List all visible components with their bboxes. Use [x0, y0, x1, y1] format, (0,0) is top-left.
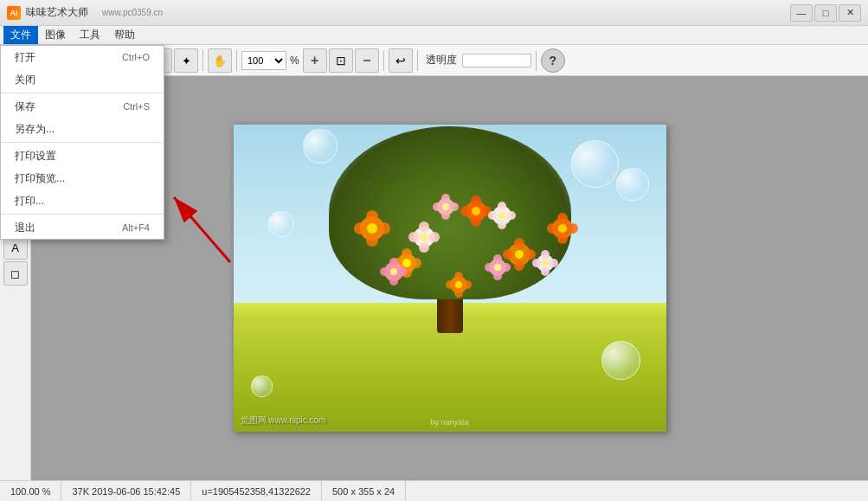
menu-saveas[interactable]: 另存为...	[1, 118, 164, 140]
svg-point-70	[441, 211, 450, 220]
title-controls: — □ ✕	[790, 4, 861, 22]
svg-point-16	[514, 260, 524, 271]
title-watermark: www.pc0359.cn	[102, 8, 163, 17]
svg-point-38	[429, 232, 440, 242]
svg-point-59	[389, 258, 398, 267]
svg-point-29	[557, 213, 568, 223]
svg-point-68	[450, 202, 459, 211]
red-arrow	[165, 189, 235, 267]
status-fileinfo: 37K 2019-06-06 15:42:45	[61, 481, 191, 501]
menu-file[interactable]: 文件	[3, 26, 38, 44]
menu-bar: 文件 图像 工具 帮助	[0, 26, 868, 45]
svg-point-71	[441, 194, 450, 202]
svg-point-31	[455, 281, 462, 288]
svg-point-58	[389, 277, 398, 286]
menu-print-setup[interactable]: 打印设置	[1, 145, 164, 167]
menu-close[interactable]: 关闭	[1, 68, 164, 91]
svg-point-20	[411, 258, 421, 268]
svg-point-15	[503, 249, 513, 260]
menu-save-label: 保存	[15, 100, 35, 114]
zoom-select[interactable]: 100 50 200	[241, 51, 286, 70]
svg-point-43	[498, 212, 505, 219]
menu-saveas-label: 另存为...	[15, 122, 55, 137]
app-title: 味味艺术大师	[26, 5, 88, 20]
menu-print-label: 打印...	[15, 194, 44, 209]
image-watermark-left: 觉图网 www.nipic.com	[241, 414, 326, 427]
minimize-button[interactable]: —	[790, 4, 813, 22]
svg-point-67	[442, 203, 449, 210]
help-icon	[549, 54, 556, 67]
menu-print-preview[interactable]: 打印预览...	[1, 167, 164, 189]
svg-point-63	[485, 263, 493, 272]
svg-point-61	[494, 264, 501, 271]
transparency-slider[interactable]	[462, 54, 531, 67]
menu-exit[interactable]: 退出 Alt+F4	[1, 216, 164, 239]
zoom-in-icon	[311, 53, 318, 68]
svg-point-17	[514, 238, 524, 248]
menu-help[interactable]: 帮助	[107, 26, 142, 44]
svg-point-13	[515, 250, 524, 259]
svg-point-40	[419, 242, 429, 253]
svg-point-1	[367, 223, 377, 234]
svg-point-14	[525, 249, 536, 260]
flowers-svg	[234, 125, 666, 432]
title-bar: Ai 味味艺术大师 www.pc0359.cn — □ ✕	[0, 0, 868, 26]
svg-point-35	[454, 272, 463, 280]
menu-print[interactable]: 打印...	[1, 189, 164, 212]
menu-open[interactable]: 打开 Ctrl+O	[1, 46, 164, 68]
svg-point-55	[390, 268, 397, 275]
move-tool-btn[interactable]	[208, 48, 232, 73]
svg-point-27	[547, 223, 557, 234]
status-zoom: 100.00 %	[0, 481, 61, 501]
toolbar-separator-2	[203, 50, 203, 71]
menu-sep-3	[1, 214, 164, 215]
title-left: Ai 味味艺术大师 www.pc0359.cn	[7, 5, 163, 20]
menu-image[interactable]: 图像	[38, 26, 73, 44]
status-bar: 100.00 % 37K 2019-06-06 15:42:45 u=19054…	[0, 480, 868, 501]
file-dropdown-menu: 打开 Ctrl+O 关闭 保存 Ctrl+S 另存为... 打印设置 打印预览.…	[0, 45, 164, 240]
zoom-fit-btn[interactable]	[329, 48, 353, 73]
svg-point-7	[472, 207, 480, 215]
svg-point-5	[366, 210, 378, 222]
close-button[interactable]: ✕	[839, 4, 861, 22]
svg-point-57	[380, 267, 389, 276]
svg-point-33	[446, 280, 454, 289]
move-icon	[213, 54, 227, 67]
svg-point-39	[408, 232, 419, 242]
menu-exit-shortcut: Alt+F4	[122, 222, 150, 233]
svg-point-51	[532, 259, 541, 267]
svg-point-37	[420, 233, 428, 241]
zoom-in-btn[interactable]	[303, 48, 327, 73]
menu-sep-1	[1, 93, 164, 93]
zoom-out-btn[interactable]	[355, 48, 379, 73]
svg-point-69	[433, 202, 441, 211]
svg-point-47	[498, 202, 506, 210]
svg-point-52	[541, 267, 550, 276]
app-icon: Ai	[7, 6, 21, 20]
magic-tool-btn[interactable]	[174, 48, 198, 73]
menu-open-label: 打开	[15, 50, 35, 65]
left-tool-eraser[interactable]: ◻	[3, 261, 28, 286]
menu-exit-label: 退出	[15, 221, 35, 235]
svg-point-44	[507, 211, 516, 220]
svg-point-50	[550, 259, 558, 267]
svg-line-73	[174, 197, 230, 262]
svg-point-45	[488, 211, 497, 220]
help-btn[interactable]	[541, 48, 565, 73]
menu-print-preview-label: 打印预览...	[15, 171, 65, 186]
undo-btn[interactable]	[389, 48, 413, 73]
menu-tools[interactable]: 工具	[73, 26, 107, 44]
svg-point-28	[557, 234, 568, 244]
svg-point-65	[493, 254, 502, 263]
menu-save[interactable]: 保存 Ctrl+S	[1, 95, 164, 118]
menu-print-setup-label: 打印设置	[15, 149, 56, 164]
svg-point-4	[366, 234, 378, 247]
svg-point-46	[498, 221, 506, 229]
svg-point-11	[471, 196, 481, 206]
svg-point-10	[471, 216, 481, 227]
image-canvas: 觉图网 www.nipic.com by nanyata	[234, 125, 666, 432]
svg-point-62	[502, 263, 511, 272]
svg-point-34	[454, 289, 463, 298]
maximize-button[interactable]: □	[814, 4, 837, 22]
zoom-out-icon	[363, 53, 370, 68]
